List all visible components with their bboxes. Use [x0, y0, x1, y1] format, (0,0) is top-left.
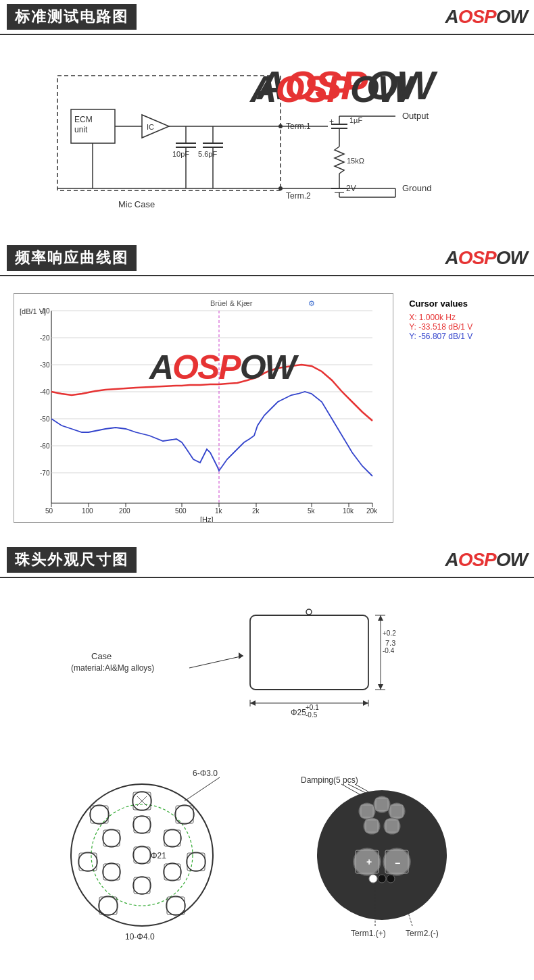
svg-text:Mic Case: Mic Case	[118, 199, 155, 209]
svg-text:−: −	[395, 858, 400, 869]
front-face-svg: 6-Φ3.0 Φ21 10-Φ4.0 Damping(5 pcs)	[37, 764, 497, 946]
svg-rect-122	[167, 897, 185, 914]
svg-text:1µF: 1µF	[349, 116, 362, 124]
svg-text:Term1.(+): Term1.(+)	[351, 929, 386, 938]
svg-text:Damping(5 pcs): Damping(5 pcs)	[301, 775, 358, 785]
freq-title-zh: 频率响应曲线图	[7, 245, 137, 271]
svg-rect-130	[134, 817, 150, 833]
freq-area: AOSPOW Brüel & Kjær ⚙ [dB/1 V] -10 -20	[0, 283, 534, 533]
svg-text:-20: -20	[40, 334, 50, 342]
aospow-logo-2: AOSPOW	[445, 247, 527, 269]
cursor-panel: Cursor values X: 1.000k Hz Y: -33.518 dB…	[404, 293, 520, 523]
svg-point-167	[369, 875, 377, 883]
svg-rect-120	[187, 853, 205, 871]
svg-text:7.3: 7.3	[385, 639, 395, 647]
svg-line-143	[185, 777, 220, 801]
svg-rect-126	[79, 853, 97, 871]
svg-text:-70: -70	[40, 469, 50, 477]
circuit-diagram: ECM unit IC 10pF 5.6pF	[37, 55, 497, 217]
svg-text:ECM: ECM	[74, 115, 93, 124]
svg-point-168	[387, 875, 395, 883]
svg-text:15kΩ: 15kΩ	[347, 157, 364, 165]
svg-text:10-Φ4.0: 10-Φ4.0	[125, 932, 155, 942]
case-annotation-svg: Case (material:Al&Mg alloys) 7.3 +0.2	[37, 595, 497, 744]
svg-text:+: +	[366, 856, 372, 867]
cursor-y2: Y: -56.807 dB/1 V	[409, 332, 515, 341]
svg-point-117	[175, 805, 194, 824]
svg-point-121	[166, 896, 185, 915]
svg-point-125	[78, 852, 97, 871]
svg-line-90	[189, 656, 243, 668]
svg-text:20k: 20k	[366, 507, 378, 515]
freq-header: 频率响应曲线图 AOSPOW	[0, 241, 534, 276]
svg-text:Output: Output	[402, 111, 429, 121]
svg-point-133	[164, 863, 181, 881]
cursor-x: X: 1.000k Hz	[409, 313, 515, 322]
freq-chart: AOSPOW Brüel & Kjær ⚙ [dB/1 V] -10 -20	[14, 293, 393, 523]
svg-rect-124	[99, 897, 117, 914]
svg-rect-128	[91, 806, 108, 823]
svg-point-119	[187, 852, 205, 871]
svg-text:-0.5: -0.5	[306, 711, 318, 719]
svg-rect-118	[176, 806, 193, 823]
svg-rect-132	[164, 830, 180, 846]
svg-marker-98	[378, 615, 383, 621]
svg-text:10k: 10k	[343, 507, 354, 515]
svg-point-93	[306, 609, 312, 615]
circuit-title-zh: 标准测试电路图	[7, 4, 137, 30]
svg-text:5k: 5k	[308, 507, 316, 515]
section-frequency: 频率响应曲线图 AOSPOW AOSPOW Brüel & Kjær ⚙ [dB…	[0, 241, 534, 533]
cursor-y1: Y: -33.518 dB/1 V	[409, 322, 515, 332]
svg-text:6-Φ3.0: 6-Φ3.0	[193, 769, 218, 778]
svg-text:(material:Al&Mg alloys): (material:Al&Mg alloys)	[71, 663, 154, 673]
aospow-logo-1: AOSPOW	[445, 6, 527, 28]
svg-text:Ground: Ground	[402, 183, 431, 193]
svg-point-160	[384, 818, 400, 834]
svg-rect-0	[57, 76, 281, 190]
svg-point-42	[278, 186, 283, 190]
svg-point-123	[99, 896, 118, 915]
svg-text:200: 200	[119, 507, 130, 515]
svg-point-139	[103, 829, 120, 847]
svg-text:Term2.(-): Term2.(-)	[406, 929, 439, 938]
svg-rect-142	[134, 847, 150, 863]
section-dimensions: 珠头外观尺寸图 AOSPOW AOSPOW Case (material:Al&…	[0, 543, 534, 960]
svg-point-156	[389, 803, 405, 819]
svg-text:Term.2: Term.2	[286, 191, 311, 201]
dims-bottom: 6-Φ3.0 Φ21 10-Φ4.0 Damping(5 pcs)	[20, 764, 514, 946]
svg-text:Case: Case	[91, 651, 112, 661]
svg-text:-10: -10	[40, 307, 50, 315]
circuit-header: 标准测试电路图 AOSPOW	[0, 0, 534, 35]
dims-title-zh: 珠头外观尺寸图	[7, 547, 137, 573]
dims-top: Case (material:Al&Mg alloys) 7.3 +0.2	[20, 595, 514, 744]
svg-point-141	[133, 846, 151, 864]
svg-point-137	[103, 863, 120, 881]
freq-svg: Brüel & Kjær ⚙ [dB/1 V] -10 -20 -30 -40	[14, 294, 393, 523]
svg-text:Brüel & Kjær: Brüel & Kjær	[210, 299, 253, 307]
svg-text:IC: IC	[147, 123, 154, 131]
svg-text:-40: -40	[40, 388, 50, 396]
dims-area: AOSPOW Case (material:Al&Mg alloys)	[0, 585, 534, 960]
svg-point-154	[374, 796, 390, 813]
svg-text:5.6pF: 5.6pF	[198, 150, 217, 158]
svg-marker-91	[239, 652, 243, 659]
svg-marker-107	[363, 700, 368, 706]
svg-rect-92	[250, 615, 368, 690]
svg-text:10pF: 10pF	[172, 150, 189, 158]
svg-text:-50: -50	[40, 415, 50, 423]
svg-text:-30: -30	[40, 361, 50, 369]
dims-header: 珠头外观尺寸图 AOSPOW	[0, 543, 534, 578]
svg-point-127	[90, 805, 109, 824]
svg-point-135	[133, 877, 151, 894]
svg-text:500: 500	[175, 507, 187, 515]
svg-text:unit: unit	[74, 125, 88, 134]
svg-text:2k: 2k	[252, 507, 260, 515]
svg-rect-138	[103, 864, 120, 880]
svg-point-111	[71, 784, 213, 926]
svg-text:[Hz]: [Hz]	[200, 515, 214, 523]
svg-rect-134	[164, 864, 180, 880]
cursor-title: Cursor values	[409, 299, 515, 309]
svg-point-131	[164, 829, 181, 847]
svg-rect-140	[103, 830, 120, 846]
aospow-logo-3: AOSPOW	[445, 549, 527, 571]
